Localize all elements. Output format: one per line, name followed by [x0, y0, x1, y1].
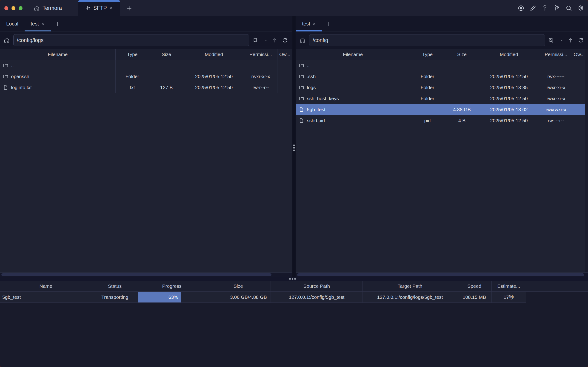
column-header-modified[interactable]: Modified [479, 49, 539, 60]
column-header-target-path[interactable]: Target Path [363, 281, 457, 292]
app-home-tab[interactable]: Termora [34, 5, 62, 11]
column-header-status[interactable]: Status [92, 281, 138, 292]
titlebar: Termora SFTP [0, 0, 588, 16]
transfer-name[interactable]: 5gb_test [0, 292, 92, 303]
column-header-size[interactable]: Size [206, 281, 271, 292]
column-header-permissions[interactable]: Permissi... [244, 49, 277, 60]
new-pane-tab-button[interactable] [52, 19, 63, 29]
dropdown-caret-icon[interactable] [263, 36, 269, 45]
left-file-table: Filename Type Size Modified Permissi... … [0, 49, 292, 93]
folder-icon [298, 96, 304, 101]
minimize-window-button[interactable] [11, 6, 15, 10]
column-header-speed[interactable]: Speed [457, 281, 492, 292]
column-header-filename[interactable]: Filename [0, 49, 116, 60]
new-pane-tab-button[interactable] [324, 19, 334, 29]
transfer-status[interactable]: Transporting [92, 292, 138, 303]
toolbar-separator [557, 37, 557, 43]
transfer-progress-label: 63% [169, 294, 178, 300]
close-icon[interactable] [41, 22, 45, 25]
left-pane-tabs: Local test [0, 16, 292, 32]
transfer-size[interactable]: 3.06 GB/4.88 GB [206, 292, 271, 303]
right-path-input[interactable] [309, 34, 545, 46]
file-icon [298, 107, 304, 112]
close-icon[interactable] [312, 22, 316, 25]
keychain-icon[interactable] [553, 5, 560, 12]
close-window-button[interactable] [4, 6, 8, 10]
transfer-progress-fill: 63% [138, 292, 181, 302]
zoom-window-button[interactable] [19, 6, 23, 10]
titlebar-actions [517, 0, 584, 16]
transfer-estimate[interactable]: 17秒 [492, 292, 526, 303]
transfer-source-path[interactable]: 127.0.0.1:/config/5gb_test [271, 292, 363, 303]
record-icon[interactable] [517, 5, 525, 12]
transfer-row-filler [526, 292, 588, 303]
folder-icon [3, 62, 9, 68]
column-header-permissions[interactable]: Permissi... [539, 49, 573, 60]
bookmark-icon[interactable] [251, 36, 259, 45]
column-header-source-path[interactable]: Source Path [271, 281, 363, 292]
edit-icon[interactable] [529, 5, 537, 12]
tab-sftp-label: SFTP [93, 5, 107, 11]
column-header-type[interactable]: Type [410, 49, 445, 60]
key-icon[interactable] [541, 5, 548, 12]
folder-icon [298, 62, 304, 68]
dropdown-caret-icon[interactable] [559, 36, 564, 45]
column-header-estimate[interactable]: Estimate... [492, 281, 526, 292]
settings-icon[interactable] [577, 5, 584, 12]
refresh-icon[interactable] [281, 36, 289, 45]
transfer-table: Name Status Progress Size Source Path Ta… [0, 281, 588, 303]
transfer-progress[interactable]: 63% [138, 292, 206, 303]
home-icon [34, 5, 40, 11]
transfer-target-path[interactable]: 127.0.0.1:/config/logs/5gb_test [363, 292, 457, 303]
up-icon[interactable] [566, 36, 575, 45]
folder-icon [298, 74, 304, 79]
column-header-progress[interactable]: Progress [138, 281, 206, 292]
tab-test-right[interactable]: test [296, 16, 322, 31]
column-header-size[interactable]: Size [149, 49, 184, 60]
right-file-table: Filename Type Size Modified Permissi... … [296, 49, 585, 126]
traffic-lights [4, 6, 23, 10]
column-header-filename[interactable]: Filename [296, 49, 410, 60]
right-file-pane: test [296, 16, 588, 277]
home-icon[interactable] [298, 35, 307, 45]
up-icon[interactable] [271, 36, 279, 45]
column-header-owner[interactable]: Ow... [573, 49, 585, 60]
scrollbar-thumb[interactable] [297, 273, 584, 276]
right-file-area: Filename Type Size Modified Permissi... … [296, 49, 588, 272]
column-header-filler [526, 281, 588, 292]
search-icon[interactable] [565, 5, 572, 12]
sftp-split-view: Local test [0, 16, 588, 277]
transfer-updown-icon [85, 5, 91, 11]
refresh-icon[interactable] [577, 36, 585, 45]
tab-test-left[interactable]: test [25, 16, 51, 31]
home-icon[interactable] [2, 35, 11, 45]
app-window: Termora SFTP [0, 0, 588, 367]
pane-splitter-horizontal[interactable] [0, 277, 588, 281]
tab-sftp[interactable]: SFTP [78, 0, 120, 16]
column-header-size[interactable]: Size [445, 49, 479, 60]
splitter-grip-icon [289, 278, 296, 280]
left-path-input[interactable] [13, 34, 249, 46]
left-path-toolbar [0, 32, 292, 49]
right-horizontal-scrollbar [296, 272, 588, 277]
left-file-area: Filename Type Size Modified Permissi... … [0, 49, 292, 272]
pane-splitter-vertical[interactable] [292, 16, 296, 277]
file-icon [298, 117, 304, 123]
folder-icon [3, 74, 9, 79]
column-header-name[interactable]: Name [0, 281, 92, 292]
vertical-scrollbar-gutter [585, 49, 588, 272]
new-tab-button[interactable] [124, 3, 134, 13]
tab-local[interactable]: Local [0, 16, 25, 31]
right-pane-tabs: test [296, 16, 588, 32]
right-path-toolbar [296, 32, 588, 49]
close-icon[interactable] [109, 6, 113, 10]
bookmark-slash-icon[interactable] [547, 36, 555, 45]
scrollbar-thumb[interactable] [1, 273, 272, 276]
column-header-type[interactable]: Type [116, 49, 149, 60]
transfer-speed[interactable]: 108.15 MB [457, 292, 492, 303]
column-header-owner[interactable]: Ow... [277, 49, 292, 60]
toolbar-separator [261, 37, 261, 43]
app-title: Termora [43, 5, 62, 11]
splitter-grip-icon [293, 144, 295, 151]
column-header-modified[interactable]: Modified [184, 49, 244, 60]
